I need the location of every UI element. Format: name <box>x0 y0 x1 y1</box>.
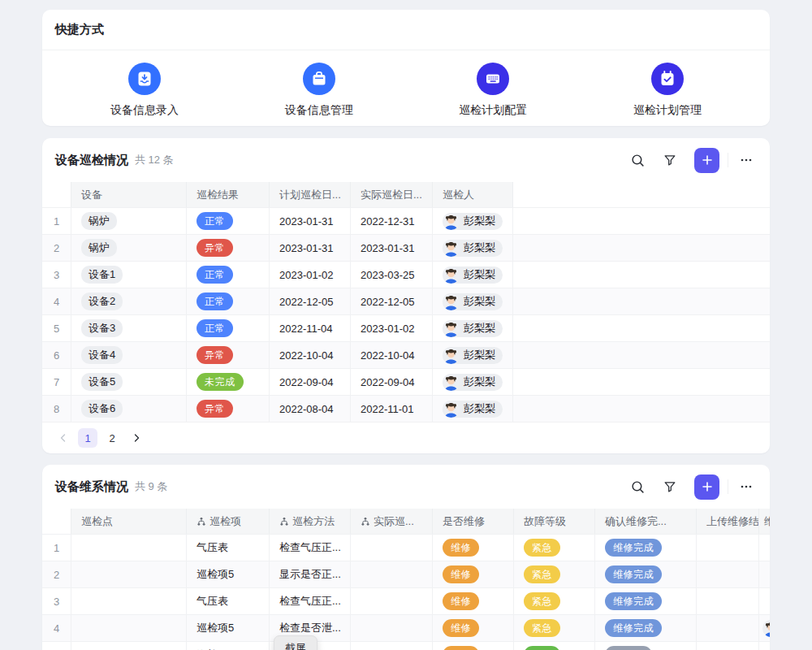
cell-result[interactable]: 正常 <box>187 262 270 288</box>
cell-item[interactable]: 巡检项5 <box>187 642 270 650</box>
col-method[interactable]: 巡检方法 <box>270 509 351 534</box>
cell-planned-date[interactable]: 2023-01-31 <box>270 235 351 261</box>
cell-result[interactable]: 未完成 <box>187 369 270 395</box>
cell-result[interactable]: 正常 <box>187 315 270 341</box>
add-record-button[interactable] <box>694 474 719 500</box>
col-inspector[interactable]: 巡检人 <box>433 182 513 207</box>
cell-planned-date[interactable]: 2022-10-04 <box>270 342 351 368</box>
cell-repair[interactable]: 维修 <box>433 615 514 641</box>
chevron-right-icon[interactable] <box>127 428 146 448</box>
cell-device[interactable]: 设备5 <box>71 369 187 395</box>
col-point[interactable]: 巡检点 <box>71 509 187 534</box>
cell-planned-date[interactable]: 2022-08-04 <box>270 396 351 422</box>
cell-inspector[interactable]: 彭梨梨 <box>433 396 513 422</box>
cell-level[interactable]: 重要 <box>514 642 595 650</box>
cell-actual-date[interactable]: 2022-12-05 <box>351 288 433 314</box>
cell-point[interactable] <box>71 535 187 561</box>
cell-device[interactable]: 设备4 <box>71 342 187 368</box>
cell-repair[interactable]: 维修 <box>433 588 514 614</box>
cell-item[interactable]: 气压表 <box>187 588 270 614</box>
cell-level[interactable]: 紧急 <box>514 588 595 614</box>
cell-device[interactable]: 设备3 <box>71 315 187 341</box>
search-icon[interactable] <box>627 476 648 497</box>
cell-result[interactable]: 正常 <box>187 208 270 234</box>
col-actual[interactable]: 实际巡... <box>351 509 433 534</box>
cell-point[interactable] <box>71 615 187 641</box>
page-button-2[interactable]: 2 <box>102 428 122 448</box>
cell-result[interactable]: 异常 <box>187 396 270 422</box>
cell-actual[interactable] <box>351 615 433 641</box>
cell-actual-date[interactable]: 2022-09-04 <box>351 369 433 395</box>
cell-inspector[interactable]: 彭梨梨 <box>433 262 513 288</box>
cell-inspector[interactable]: 彭梨梨 <box>433 208 513 234</box>
cell-confirm[interactable]: 维修完成 <box>595 561 697 587</box>
cell-planned-date[interactable]: 2022-11-04 <box>270 315 351 341</box>
cell-extra[interactable] <box>759 615 770 641</box>
cell-item[interactable]: 巡检项5 <box>187 615 270 641</box>
cell-actual[interactable] <box>351 642 433 650</box>
col-planned-date[interactable]: 计划巡检日... <box>270 182 351 207</box>
cell-upload[interactable] <box>697 642 759 650</box>
cell-actual-date[interactable]: 2023-01-31 <box>351 235 433 261</box>
cell-upload[interactable] <box>697 561 759 587</box>
cell-point[interactable] <box>71 588 187 614</box>
filter-icon[interactable] <box>659 476 680 497</box>
cell-actual-date[interactable]: 2023-03-25 <box>351 262 433 288</box>
cell-repair[interactable]: 维修 <box>433 561 514 587</box>
add-record-button[interactable] <box>694 148 719 173</box>
shortcut-plan-manage[interactable]: 巡检计划管理 <box>614 63 721 118</box>
cell-device[interactable]: 设备2 <box>71 288 187 314</box>
cell-planned-date[interactable]: 2022-09-04 <box>270 369 351 395</box>
cell-extra[interactable] <box>759 561 770 587</box>
cell-confirm[interactable]: 维修完成 <box>595 615 697 641</box>
more-icon[interactable] <box>736 476 757 497</box>
col-actual-date[interactable]: 实际巡检日... <box>351 182 433 207</box>
shortcut-device-manage[interactable]: 设备信息管理 <box>266 63 373 118</box>
cell-actual-date[interactable]: 2023-01-02 <box>351 315 433 341</box>
col-item[interactable]: 巡检项 <box>187 509 270 534</box>
cell-level[interactable]: 紧急 <box>514 615 595 641</box>
cell-device[interactable]: 设备1 <box>71 262 187 288</box>
cell-inspector[interactable]: 彭梨梨 <box>433 369 513 395</box>
cell-point[interactable] <box>71 642 187 650</box>
cell-level[interactable]: 紧急 <box>514 535 595 561</box>
cell-result[interactable]: 异常 <box>187 235 270 261</box>
cell-extra[interactable] <box>759 588 770 614</box>
cell-device[interactable]: 锅炉 <box>71 235 187 261</box>
cell-inspector[interactable]: 彭梨梨 <box>433 342 513 368</box>
cell-planned-date[interactable]: 2023-01-31 <box>270 208 351 234</box>
cell-confirm[interactable]: 维修完成 <box>595 535 697 561</box>
page-button-1[interactable]: 1 <box>78 428 97 448</box>
cell-level[interactable]: 紧急 <box>514 561 595 587</box>
col-upload[interactable]: 上传维修结... <box>697 509 759 534</box>
cell-inspector[interactable]: 彭梨梨 <box>433 315 513 341</box>
cell-result[interactable]: 正常 <box>187 288 270 314</box>
cell-actual[interactable] <box>351 535 433 561</box>
cell-confirm[interactable]: 维修完成 <box>595 588 697 614</box>
cell-point[interactable] <box>71 561 187 587</box>
cell-actual[interactable] <box>351 561 433 587</box>
cell-inspector[interactable]: 彭梨梨 <box>433 235 513 261</box>
cell-device[interactable]: 锅炉 <box>71 208 187 234</box>
cell-repair[interactable]: 维修 <box>433 535 514 561</box>
cell-method[interactable]: 显示是否正... <box>270 561 351 587</box>
cell-inspector[interactable]: 彭梨梨 <box>433 288 513 314</box>
col-level[interactable]: 故障等级 <box>514 509 595 534</box>
col-result[interactable]: 巡检结果 <box>187 182 270 207</box>
col-confirm[interactable]: 确认维修完... <box>595 509 697 534</box>
filter-icon[interactable] <box>659 150 680 171</box>
cell-extra[interactable] <box>759 642 770 650</box>
col-repair[interactable]: 是否维修 <box>433 509 514 534</box>
cell-confirm[interactable]: 维修中 <box>595 642 697 650</box>
cell-upload[interactable] <box>697 535 759 561</box>
cell-actual-date[interactable]: 2022-12-31 <box>351 208 433 234</box>
col-extra[interactable]: 维 <box>759 509 770 534</box>
cell-repair[interactable]: 维修 <box>433 642 514 650</box>
more-icon[interactable] <box>736 150 757 171</box>
cell-device[interactable]: 设备6 <box>71 396 187 422</box>
cell-method[interactable]: 检查气压正... <box>270 588 351 614</box>
cell-item[interactable]: 气压表 <box>187 535 270 561</box>
cell-upload[interactable] <box>697 588 759 614</box>
shortcut-device-entry[interactable]: 设备信息录入 <box>91 63 198 118</box>
cell-actual-date[interactable]: 2022-11-01 <box>351 396 433 422</box>
